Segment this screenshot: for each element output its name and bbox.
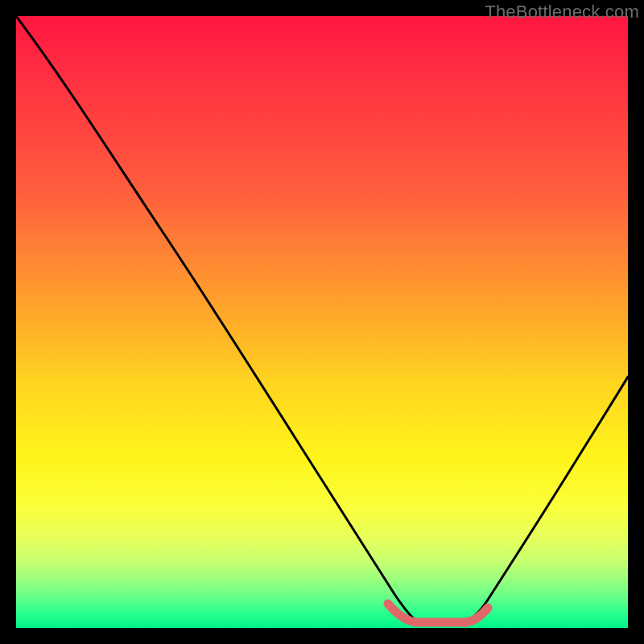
- watermark-text: TheBottleneck.com: [485, 2, 639, 23]
- plot-area: [16, 16, 628, 628]
- chart-frame: TheBottleneck.com: [0, 0, 644, 644]
- curve-layer: [16, 16, 628, 628]
- bottleneck-curve: [16, 16, 628, 621]
